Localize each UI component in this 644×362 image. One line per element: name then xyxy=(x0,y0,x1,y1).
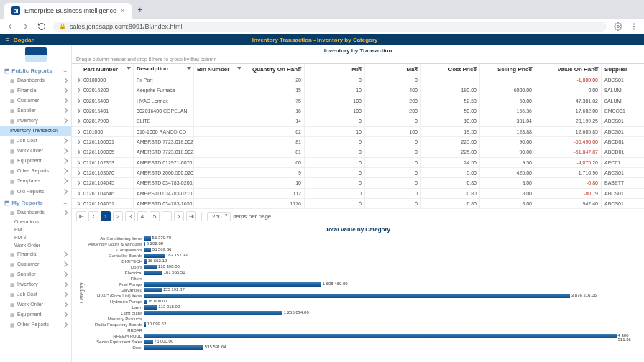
pager-page-2[interactable]: 2 xyxy=(113,211,123,221)
pager-page-5[interactable]: 5 xyxy=(150,211,160,221)
filter-icon[interactable] xyxy=(358,67,362,70)
table-row[interactable]: 01261104645AMERSTD 034783-0200A BOLT CAP… xyxy=(72,178,644,188)
col-cost-price[interactable]: Cost Price xyxy=(421,64,480,75)
col-description[interactable]: Description xyxy=(134,64,194,75)
expand-icon[interactable] xyxy=(72,168,80,177)
pager-page-3[interactable]: 3 xyxy=(125,211,135,221)
col-part-number[interactable]: Part Number xyxy=(80,64,134,75)
chart-bar[interactable]: Radio Frequency Boards10 099.52 xyxy=(86,322,638,328)
col-max[interactable]: Max xyxy=(365,64,421,75)
pager-prev[interactable]: ‹ xyxy=(88,211,98,221)
expand-icon[interactable] xyxy=(72,85,80,95)
forward-icon[interactable] xyxy=(22,22,30,31)
sidebar-item-inventory-transaction[interactable]: Inventory Transaction xyxy=(0,126,71,136)
col-supplier[interactable]: Supplier xyxy=(602,64,630,75)
expand-icon[interactable] xyxy=(72,178,80,187)
reload-icon[interactable] xyxy=(37,22,46,31)
sidebar-item-work-order-my[interactable]: ▦Work Order xyxy=(0,300,71,310)
sidebar-item-job-cost[interactable]: ▦Job Cost xyxy=(0,136,71,146)
chart-bar[interactable]: Steel535 591.64 xyxy=(86,345,638,351)
hamburger-icon[interactable]: ≡ xyxy=(6,37,9,43)
chart-bar[interactable]: Fuel Pumps1 608 460.00 xyxy=(86,282,638,287)
table-row[interactable]: 002016401002016400 COPELAN1610020050.001… xyxy=(72,106,644,116)
filter-icon[interactable] xyxy=(528,67,533,70)
sidebar-item-customer-my[interactable]: ▦Customer xyxy=(0,259,71,269)
chart-bar[interactable]: Assembly Doors & Windows5 202.00 xyxy=(86,241,638,247)
filter-icon[interactable] xyxy=(298,67,302,70)
filter-icon[interactable] xyxy=(473,67,477,70)
sidebar-item-job-cost-my[interactable]: ▦Job Cost xyxy=(0,289,71,300)
chart-bar[interactable]: Filters xyxy=(86,276,638,282)
sidebar-item-other-reports-my[interactable]: ▦Other Reports xyxy=(0,320,71,330)
sidebar-sub-pm-2[interactable]: PM 2 xyxy=(0,233,71,241)
sidebar-item-inventory[interactable]: ▦Inventory xyxy=(0,116,71,126)
expand-icon[interactable] xyxy=(72,116,80,126)
col-min[interactable]: Min xyxy=(305,64,365,75)
chart-bar[interactable]: Controller Boards182 152.33 xyxy=(86,253,638,259)
expand-icon[interactable] xyxy=(72,75,80,85)
sidebar-item-equipment-my[interactable]: ▦Equipment xyxy=(0,310,71,320)
sidebar-item-other-reports[interactable]: ▦Other Reports xyxy=(0,166,71,176)
new-tab-button[interactable]: + xyxy=(137,5,142,19)
chart-bar[interactable]: Air Conditioning Items56 379.70 xyxy=(86,236,638,241)
sidebar-item-financial-my[interactable]: ▦Financial xyxy=(0,249,71,259)
expand-icon[interactable] xyxy=(72,96,80,106)
sidebar-item-work-order[interactable]: ▦Work Order xyxy=(0,146,71,156)
table-row[interactable]: 002017900ELITE140010.00381.0423,199.25AB… xyxy=(72,116,644,126)
menu-icon[interactable] xyxy=(630,22,638,31)
sidebar-item-dashboards-my[interactable]: ▦Dashboards xyxy=(0,208,71,218)
chart-bar[interactable]: REBAR xyxy=(86,328,638,333)
sidebar-item-dashboards[interactable]: ▦Dashboards xyxy=(0,75,71,85)
settings-icon[interactable] xyxy=(614,22,622,31)
table-row[interactable]: 01261100001AMERSTD 7723.018.002 GRID DRA… xyxy=(72,137,644,147)
expand-icon[interactable] xyxy=(72,189,80,198)
group-drop-zone[interactable]: Drag a column header and drop it here to… xyxy=(72,55,644,63)
filter-icon[interactable] xyxy=(237,67,242,70)
chart-bar[interactable]: Doors110 398.00 xyxy=(86,264,638,270)
table-row[interactable]: 00100000Fx Part2000-1,800.00ABCS01 xyxy=(72,75,644,85)
chart-bar[interactable]: Light Bulbs1 255 834.00 xyxy=(86,310,638,316)
expand-icon[interactable] xyxy=(72,199,80,208)
sidebar-sub-pm[interactable]: PM xyxy=(0,226,71,233)
address-bar[interactable]: 🔒 sales.jonasapp.com:8091/BI/index.html xyxy=(53,22,607,32)
sidebar-item-inventory-my[interactable]: ▦Inventory xyxy=(0,279,71,289)
table-row[interactable]: 01261100005AMERSTD 7723.018.002 GRID DRA… xyxy=(72,147,644,157)
chart-bar[interactable]: Galvanized155 191.87 xyxy=(86,287,638,293)
pager-more[interactable]: … xyxy=(162,211,172,221)
close-icon[interactable]: × xyxy=(121,7,124,14)
table-row[interactable]: 002016400HVAC Lennox7510020052.5360.0047… xyxy=(72,96,644,106)
table-row[interactable]: 01261104646AMERSTD 034783-0210A BOLT CAP… xyxy=(72,189,644,199)
expand-icon[interactable] xyxy=(72,127,80,136)
browser-tab[interactable]: BI Enterprise Business Intelligence × xyxy=(4,3,132,19)
sidebar-item-customer[interactable]: ▦Customer xyxy=(0,96,71,106)
chart-bar[interactable]: Hydraulic Pumps18 000.00 xyxy=(86,299,638,305)
pager-first[interactable]: ⇤ xyxy=(76,211,86,221)
expand-icon[interactable] xyxy=(72,106,80,116)
col-bin-number[interactable]: Bin Number xyxy=(194,64,244,75)
chart-bar[interactable]: Compressors56 569.86 xyxy=(86,247,638,253)
sidebar-sub-work-order[interactable]: Work Order xyxy=(0,241,71,249)
chart-bar[interactable]: Masonry Products xyxy=(86,316,638,322)
expand-icon[interactable] xyxy=(72,147,80,157)
pager-page-4[interactable]: 4 xyxy=(137,211,147,221)
current-user[interactable]: Bogdan xyxy=(14,37,35,43)
filter-icon[interactable] xyxy=(414,67,418,70)
chart-bar[interactable]: Lawn113 018.00 xyxy=(86,305,638,310)
sidebar-sub-operations[interactable]: Operations xyxy=(0,218,71,226)
col-value-on-hand[interactable]: Value On Hand xyxy=(535,64,602,75)
sidebar-item-templates[interactable]: ▦Templates xyxy=(0,176,71,186)
sidebar-item-financial[interactable]: ▦Financial xyxy=(0,85,71,96)
table-row[interactable]: 01261104651AMERSTD 034783-1650A1176000.8… xyxy=(72,199,644,209)
expand-icon[interactable] xyxy=(72,137,80,147)
col-selling-price[interactable]: Selling Price xyxy=(480,64,535,75)
sidebar-item-old-reports[interactable]: ▦Old Reports xyxy=(0,187,71,197)
chart-bar[interactable]: DIGITECH16 652.12 xyxy=(86,259,638,264)
chart-bar[interactable]: Electrical161 565.51 xyxy=(86,270,638,276)
sidebar-item-equipment[interactable]: ▦Equipment xyxy=(0,156,71,166)
sidebar-item-supplier[interactable]: ▦Supplier xyxy=(0,106,71,116)
chart-bar[interactable]: HVAC (Price List) Items3 876 216.06 xyxy=(86,293,638,299)
filter-icon[interactable] xyxy=(126,67,131,70)
table-row[interactable]: 01261103670AMERSTD 2000.500.020 CERAMIX … xyxy=(72,168,644,178)
filter-icon[interactable] xyxy=(187,67,191,70)
pager-last[interactable]: ⇥ xyxy=(186,211,196,221)
